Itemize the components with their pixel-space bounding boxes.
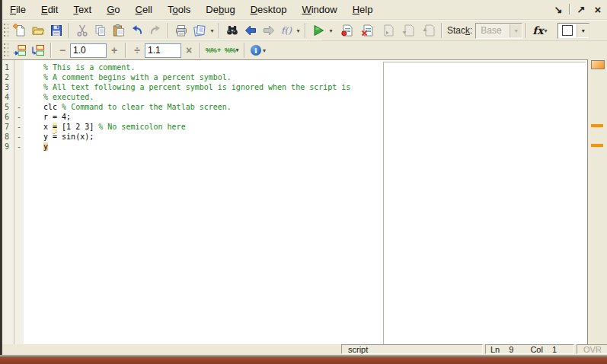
function-hints-dropdown-arrow[interactable]: ▾ (295, 27, 302, 34)
paste-button[interactable] (110, 22, 128, 39)
line-number: 2 (5, 73, 9, 81)
mlint-status-indicator[interactable] (591, 60, 605, 69)
code-line[interactable]: r = 4; (43, 112, 587, 122)
increment-value-button[interactable]: + (107, 44, 122, 56)
advance-arrow-icon: ▾ (236, 47, 239, 53)
clear-all-breakpoints-button[interactable] (358, 22, 376, 39)
find-button[interactable] (223, 22, 241, 39)
code-segment-code: [1 2 3] (57, 123, 98, 131)
function-hints-button[interactable]: f() (278, 22, 295, 39)
executable-line-marker: - (17, 122, 21, 132)
redo-button[interactable] (146, 22, 165, 39)
line-number: 1 (5, 63, 9, 72)
code-line[interactable]: clc % Command to clear the Matlab screen… (43, 102, 587, 112)
evaluate-cell-advance-button[interactable]: %% ▾ (222, 42, 241, 59)
menu-help[interactable]: Help (345, 2, 381, 18)
undock-icon[interactable]: ↗ (575, 4, 587, 15)
insert-cell-divider-button[interactable] (11, 42, 29, 59)
stack-dropdown[interactable]: Base ▾ (475, 23, 522, 39)
insert-cell-break-button[interactable] (29, 42, 47, 59)
menu-text[interactable]: Text (65, 2, 99, 18)
menu-cell[interactable]: Cell (128, 2, 160, 18)
code-line[interactable]: % A comment begins with a percent symbol… (43, 72, 587, 82)
multiply-factor-field[interactable] (145, 43, 181, 58)
run-triangle-icon (311, 24, 325, 37)
menu-window[interactable]: Window (294, 2, 344, 18)
code-line[interactable]: % This is a comment. (43, 62, 587, 72)
code-segment-comment: % This is a comment. (43, 63, 135, 72)
highlight-color-dropdown[interactable]: ▾ (557, 23, 589, 39)
run-button[interactable] (309, 22, 327, 39)
toolbar-separator (305, 23, 306, 38)
menu-edit[interactable]: Edit (34, 2, 65, 18)
line-number-gutter: 12345-6-7-8-9- (2, 60, 24, 345)
insert-function-button[interactable]: fx ▾ (530, 22, 550, 39)
code-line[interactable]: % All text following a percent symbol is… (43, 82, 587, 92)
stack-label: Stack: (447, 25, 472, 36)
decrement-value-button[interactable]: − (55, 44, 70, 56)
info-icon: i (251, 45, 261, 56)
executable-line-marker: - (17, 132, 21, 142)
publish-button[interactable] (190, 22, 209, 39)
evaluate-cell-button[interactable]: %% + (204, 42, 222, 59)
copy-button[interactable] (91, 22, 110, 39)
code-lines: % This is a comment.% A comment begins w… (43, 62, 587, 152)
forward-arrow-icon (262, 24, 276, 37)
mlint-warning-mark[interactable] (591, 144, 603, 147)
multiply-value-button[interactable]: × (181, 44, 196, 56)
code-segment-comment: % A comment begins with a percent symbol… (43, 73, 232, 81)
step-button (379, 22, 397, 39)
menu-tools[interactable]: Tools (160, 2, 198, 18)
gutter-row: 1 (2, 62, 24, 72)
step-icon (381, 24, 395, 37)
gutter-row: 4 (2, 92, 24, 102)
cursor-position-field: Ln 9 Col 1 (485, 344, 574, 354)
toolbar-separator (168, 23, 169, 38)
set-clear-breakpoint-button[interactable] (337, 22, 356, 39)
mlint-message-bar[interactable] (587, 59, 607, 344)
menu-debug[interactable]: Debug (198, 2, 242, 18)
code-segment-comment: % All text following a percent symbol is… (43, 83, 350, 91)
publish-dropdown-arrow[interactable]: ▾ (209, 27, 216, 34)
step-in-button (399, 22, 417, 39)
code-line[interactable]: x = [1 2 3] % No semicolon here (43, 122, 587, 132)
new-script-button[interactable] (11, 22, 29, 39)
code-segment-code: x (43, 123, 53, 131)
code-line[interactable]: % executed. (43, 92, 587, 102)
go-forward-button[interactable] (260, 22, 278, 39)
print-button[interactable] (172, 22, 190, 39)
code-pane[interactable]: % This is a comment.% A comment begins w… (24, 60, 587, 345)
gutter-row: 3 (2, 82, 24, 92)
close-icon[interactable]: × (592, 3, 604, 16)
code-segment-warning-highlight: y (43, 142, 48, 151)
menu-go[interactable]: Go (99, 2, 127, 18)
run-dropdown-arrow[interactable]: ▾ (327, 27, 334, 34)
dock-icon[interactable]: ↘ (552, 4, 564, 15)
toolbar-grip[interactable] (3, 43, 8, 58)
plus-badge-icon: + (217, 46, 221, 54)
open-file-button[interactable] (29, 22, 47, 39)
toolbar-separator (441, 23, 442, 38)
menu-file[interactable]: File (2, 2, 34, 18)
gutter-rows: 12345-6-7-8-9- (2, 62, 24, 152)
undo-button[interactable] (128, 22, 146, 39)
cell-info-button[interactable]: i ▾ (248, 42, 270, 59)
status-bar: script Ln 9 Col 1 OVR (2, 344, 607, 356)
line-number: 5 (5, 103, 9, 111)
code-editor[interactable]: 12345-6-7-8-9- % This is a comment.% A c… (2, 59, 587, 345)
menu-desktop[interactable]: Desktop (243, 2, 295, 18)
code-line[interactable]: y (43, 142, 587, 152)
divide-value-button[interactable]: ÷ (129, 44, 145, 56)
window-controls-divider (569, 4, 570, 14)
cut-button[interactable] (73, 22, 91, 39)
go-back-button[interactable] (241, 22, 260, 39)
code-line[interactable]: y = sin(x); (43, 132, 587, 142)
toolbar-grip[interactable] (3, 23, 8, 38)
breakpoint-icon (340, 24, 353, 37)
mlint-warning-mark[interactable] (591, 124, 603, 127)
increment-amount-field[interactable] (70, 43, 107, 58)
gutter-row: 5- (2, 102, 24, 112)
save-button[interactable] (47, 22, 65, 39)
new-document-icon (13, 24, 27, 37)
printer-icon (174, 24, 188, 37)
